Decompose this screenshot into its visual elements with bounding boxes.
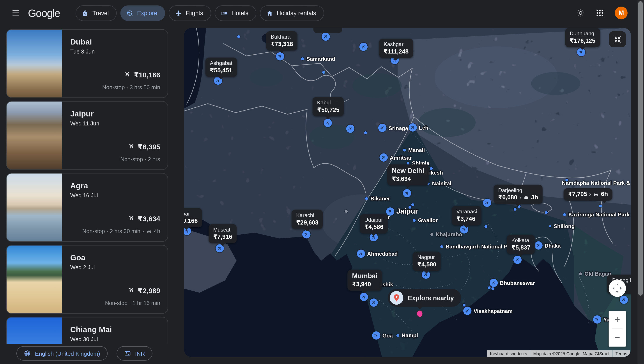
airport-marker-goa[interactable]: ✈	[372, 331, 380, 340]
language-button[interactable]: English (United Kingdom)	[16, 346, 108, 361]
city-dot-manali[interactable]	[402, 148, 406, 152]
price-label-kashgar[interactable]: Kashgar₹111,248	[379, 39, 413, 58]
price-label-ashgabat[interactable]: Ashgabat₹55,451	[206, 58, 237, 77]
airport-marker-dhaka[interactable]: ✈	[534, 241, 542, 250]
city-label-bandhavgarh-national-p[interactable]: Bandhavgarh National P	[440, 244, 507, 250]
poi-dot[interactable]	[513, 208, 517, 211]
pan-control[interactable]	[609, 280, 626, 297]
price-label-bukhara[interactable]: Bukhara₹73,318	[266, 31, 298, 51]
price-label-7-705[interactable]: ₹7,705›6h	[564, 188, 612, 201]
cut-price-label[interactable]	[314, 28, 342, 33]
zoom-in-button[interactable]: +	[609, 311, 626, 329]
city-dot-gwalior[interactable]	[412, 219, 416, 222]
city-label-shillong[interactable]: Shillong	[549, 223, 575, 229]
poi-dot[interactable]	[484, 225, 488, 229]
airport-marker-dunhuang[interactable]: ✈	[577, 48, 585, 56]
city-dot-khajuraho[interactable]	[430, 232, 434, 236]
city-dot-shillong[interactable]	[549, 225, 552, 228]
city-label-old-bagan[interactable]: Old Bagan	[579, 271, 611, 277]
price-label-kabul[interactable]: Kabul₹50,725	[312, 97, 344, 116]
airport-marker-karachi[interactable]: ✈	[302, 230, 310, 239]
city-label-samarkand[interactable]: Samarkand	[301, 56, 335, 62]
price-label-mumbai[interactable]: Mumbai₹3,940	[348, 270, 382, 291]
city-dot-kaziranga-national-park[interactable]	[563, 213, 566, 217]
zoom-out-button[interactable]: −	[609, 329, 626, 347]
city-label-hampi[interactable]: Hampi	[396, 332, 418, 338]
tab-holiday-rentals[interactable]: Holiday rentals	[260, 5, 324, 21]
city-dot-samarkand[interactable]	[301, 57, 304, 61]
poi-dot[interactable]	[237, 35, 240, 38]
menu-icon[interactable]	[9, 9, 22, 18]
city-label-srinagar[interactable]: ✈Srinagar	[378, 124, 410, 132]
poi-dot[interactable]	[411, 203, 415, 207]
exit-fullscreen-icon[interactable]	[609, 31, 626, 47]
apps-grid-icon[interactable]	[596, 8, 604, 17]
google-logo[interactable]: Google	[28, 7, 60, 20]
city-label-kaziranga-national-park[interactable]: Kaziranga National Park	[563, 212, 630, 218]
poi-dot[interactable]	[544, 211, 548, 215]
airport-marker-bukhara[interactable]: ✈	[276, 52, 284, 61]
airport-marker-unnamed[interactable]: ✈	[360, 43, 368, 51]
tab-travel[interactable]: GTravel	[76, 5, 116, 21]
poi-dot[interactable]	[599, 204, 602, 208]
city-label-goa[interactable]: ✈Goa	[372, 331, 393, 340]
map-data-credit[interactable]: Map data ©2025 Google, Mapa GISrael	[530, 350, 612, 357]
city-dot-bikaner[interactable]	[365, 197, 368, 201]
city-dot-hampi[interactable]	[396, 334, 400, 337]
city-label-bikaner[interactable]: Bikaner	[365, 196, 390, 202]
airport-marker-mumbai[interactable]: ✈	[360, 293, 368, 301]
tab-flights[interactable]: Flights	[169, 5, 211, 21]
theme-toggle-icon[interactable]	[576, 8, 585, 17]
poi-dot[interactable]	[322, 71, 326, 74]
airport-marker-bhubaneswar[interactable]: ✈	[490, 279, 498, 287]
price-label-new-delhi[interactable]: New Delhi₹3,634	[387, 164, 429, 186]
price-label-dunhuang[interactable]: Dunhuang₹176,125	[565, 28, 600, 47]
poi-dot[interactable]	[491, 287, 495, 291]
city-label-khajuraho[interactable]: Khajuraho	[430, 231, 462, 238]
airport-marker-yan[interactable]: ✈	[593, 315, 602, 324]
airport-marker-srinagar[interactable]: ✈	[378, 124, 386, 132]
keyboard-shortcuts-link[interactable]: Keyboard shortcuts	[487, 350, 530, 357]
airport-marker-chiang-ma[interactable]: ✈	[620, 296, 628, 304]
tab-explore[interactable]: Explore	[120, 5, 165, 21]
city-dot-old-bagan[interactable]	[579, 272, 582, 276]
airport-marker-amritsar[interactable]: ✈	[380, 153, 388, 162]
price-label-udaipur[interactable]: Udaipur₹4,586	[360, 214, 388, 234]
destination-card-goa[interactable]: GoaWed 2 Jul₹2,989Non-stop · 1 hr 15 min	[6, 245, 168, 314]
price-label-dubai[interactable]: Dubai₹10,166	[184, 208, 202, 227]
airport-marker-new-delhi[interactable]: ✈	[403, 189, 411, 198]
selected-location-dot[interactable]	[416, 310, 423, 318]
airport-marker-ahmedabad[interactable]: ✈	[357, 250, 365, 258]
price-label-muscat[interactable]: Muscat₹7,916	[209, 224, 237, 243]
price-label-darjeeling[interactable]: Darjeeling₹6,080›3h	[494, 185, 542, 204]
airport-marker-unnamed[interactable]: ✈	[322, 33, 330, 41]
city-label-jaipur[interactable]: ✈Jaipur	[386, 207, 418, 216]
airport-marker-leh[interactable]: ✈	[409, 123, 417, 132]
airport-marker-unnamed[interactable]: ✈	[483, 199, 491, 207]
poi-dot-gray[interactable]	[344, 209, 348, 213]
city-label-manali[interactable]: Manali	[402, 147, 425, 153]
price-label-nagpur[interactable]: Nagpur₹4,580	[413, 252, 441, 271]
airport-marker-kabul[interactable]: ✈	[324, 119, 332, 127]
city-label-dhaka[interactable]: ✈Dhaka	[534, 241, 560, 250]
airport-marker-visakhapatnam[interactable]: ✈	[463, 307, 472, 315]
city-label-bhubaneswar[interactable]: ✈Bhubaneswar	[490, 279, 535, 287]
price-label-kolkata[interactable]: Kolkata₹5,837	[507, 235, 535, 254]
city-label-leh[interactable]: ✈Leh	[409, 123, 428, 132]
city-label-ahmedabad[interactable]: ✈Ahmedabad	[357, 250, 398, 258]
terms-link[interactable]: Terms	[612, 350, 630, 357]
airport-marker-unnamed[interactable]: ✈	[346, 125, 355, 133]
avatar[interactable]: M	[615, 6, 628, 19]
city-dot-bandhavgarh-national-p[interactable]	[440, 245, 444, 249]
currency-button[interactable]: INR	[116, 346, 152, 361]
destination-card-chiang-mai[interactable]: Chiang MaiWed 30 Jul	[6, 317, 168, 344]
destination-card-agra[interactable]: AgraWed 16 Jul₹3,634Non-stop · 2 hrs 30 …	[6, 173, 168, 242]
airport-marker-kolkata[interactable]: ✈	[514, 256, 522, 264]
poi-dot[interactable]	[462, 303, 466, 307]
destination-card-jaipur[interactable]: JaipurWed 11 Jun₹6,395Non-stop · 2 hrs	[6, 101, 168, 170]
city-label-gwalior[interactable]: Gwalior	[412, 217, 438, 224]
city-label-nainital[interactable]: Nainital	[426, 180, 451, 187]
poi-dot[interactable]	[364, 131, 367, 135]
price-label-varanasi[interactable]: Varanasi₹3,746	[452, 206, 482, 225]
tab-hotels[interactable]: Hotels	[215, 5, 256, 21]
